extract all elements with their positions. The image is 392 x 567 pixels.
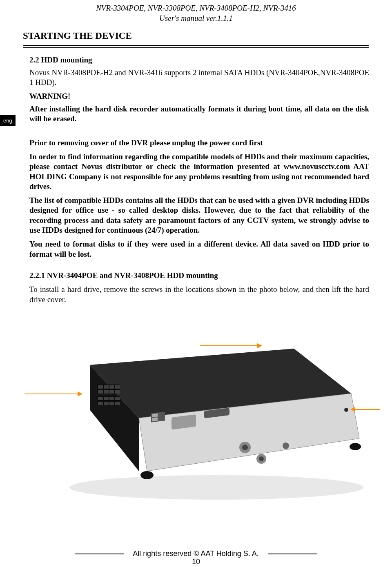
warning-label: WARNING! (29, 91, 369, 101)
paragraph-prior: Prior to removing cover of the DVR pleas… (29, 138, 369, 148)
figure-dvr-photo (0, 316, 392, 512)
svg-point-34 (140, 471, 154, 479)
footer-rights: All rights reserved © AAT Holding S. A. (133, 549, 259, 558)
dvr-illustration (0, 316, 392, 512)
svg-rect-16 (104, 397, 109, 400)
svg-point-33 (344, 408, 348, 412)
svg-rect-20 (104, 402, 109, 405)
paragraph-install: To install a hard drive, remove the scre… (29, 285, 369, 305)
svg-point-35 (350, 443, 361, 450)
warning-text: After installing the hard disk recorder … (29, 104, 369, 124)
body-content: 2.2 HDD mounting Novus NVR-3408POE-H2 an… (29, 55, 369, 305)
paragraph-compatible-list: The list of compatible HDDs contains all… (29, 196, 369, 235)
header-manual-version: User's manual ver.1.1.1 (0, 13, 392, 24)
svg-rect-15 (98, 397, 103, 400)
svg-rect-14 (115, 390, 120, 394)
arrow-indicator-left (24, 394, 82, 394)
svg-rect-12 (104, 390, 109, 394)
page-number: 10 (0, 558, 392, 566)
svg-rect-17 (109, 397, 114, 400)
section-title: STARTING THE DEVICE (23, 31, 392, 41)
svg-rect-19 (98, 402, 103, 405)
svg-rect-21 (109, 402, 114, 405)
svg-rect-7 (98, 385, 103, 389)
heading-2-2: 2.2 HDD mounting (29, 55, 369, 65)
svg-rect-22 (115, 402, 120, 405)
arrow-indicator-right (351, 409, 380, 410)
svg-rect-9 (109, 385, 114, 389)
paragraph-format: You need to format disks to if they were… (29, 239, 369, 259)
language-tab: eng (0, 115, 16, 126)
arrow-indicator-top (200, 345, 261, 346)
doc-header: NVR-3304POE, NVR-3308POE, NVR-3408POE-H2… (0, 0, 392, 23)
svg-point-28 (259, 456, 264, 461)
heading-2-2-1: 2.2.1 NVR-3404POE and NVR-3408POE HDD mo… (29, 271, 369, 280)
svg-rect-18 (115, 397, 120, 400)
svg-point-26 (242, 445, 248, 450)
page-footer: All rights reserved © AAT Holding S. A. (0, 549, 392, 558)
svg-point-29 (283, 442, 289, 449)
paragraph-intro: Novus NVR-3408POE-H2 and NVR-3416 suppor… (29, 68, 369, 88)
svg-rect-11 (98, 390, 103, 394)
svg-rect-13 (109, 390, 114, 394)
section-rule (23, 45, 369, 48)
svg-rect-10 (115, 385, 120, 389)
svg-rect-8 (104, 385, 109, 389)
svg-point-0 (69, 475, 363, 500)
paragraph-info: In order to find information regarding t… (29, 152, 369, 191)
header-models: NVR-3304POE, NVR-3308POE, NVR-3408POE-H2… (0, 3, 392, 13)
